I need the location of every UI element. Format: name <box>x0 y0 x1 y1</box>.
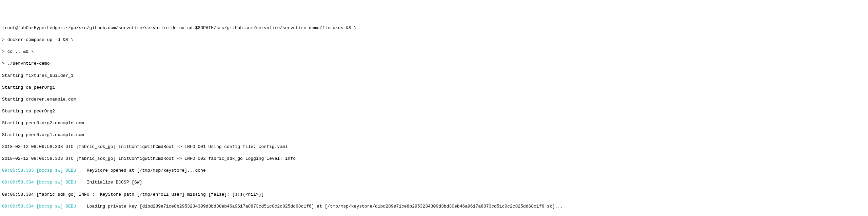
output-line: 09:06:58.304 [bccsp_sw] DEBU : Initializ… <box>2 179 866 186</box>
debug-prefix: 09:06:58.304 [bccsp_sw] DEBU : <box>2 180 81 185</box>
debug-prefix: 09:06:58.303 [bccsp_sw] DEBU : <box>2 168 81 173</box>
output-line: 2018-02-12 09:06:58.303 UTC [fabric_sdk_… <box>2 144 866 150</box>
command-text-4: ./servntire-demo <box>7 61 50 66</box>
output-line: Starting orderer.example.com <box>2 96 866 103</box>
output-line: Starting ca_peerOrg2 <box>2 108 866 114</box>
output-line: 09:06:58.304 [bccsp_sw] DEBU : Loading p… <box>2 203 866 210</box>
output-line: Starting fixtures_builder_1 <box>2 73 866 79</box>
output-line: 09:06:58.304 [fabric_sdk_go] INFO : KeyS… <box>2 192 866 198</box>
debug-msg: Initialize BCCSP [SW] <box>81 180 142 185</box>
debug-prefix: 09:06:58.304 [bccsp_sw] DEBU : <box>2 204 81 209</box>
debug-msg: Loading private key [d1bd289e71ce8b29532… <box>81 204 563 209</box>
output-line: Starting peer0.org2.example.com <box>2 120 866 126</box>
continuation-prompt: > <box>2 37 5 42</box>
output-line: 2018-02-12 09:06:58.303 UTC [fabric_sdk_… <box>2 156 866 162</box>
terminal-line-prompt-4[interactable]: > ./servntire-demo <box>2 61 866 67</box>
prompt-userhost: root@fabCarHyperLedger <box>5 25 63 30</box>
command-text-3: cd .. && \ <box>7 49 34 54</box>
terminal-line-prompt-1[interactable]: [root@fabCarHyperLedger:~/go/src/github.… <box>2 25 866 31</box>
continuation-prompt: > <box>2 49 5 54</box>
command-text-1: cd $GOPATH/src/github.com/servntire/serv… <box>187 25 356 30</box>
debug-msg: KeyStore opened at [/tmp/msp/keystore]..… <box>81 168 206 173</box>
bracket-open: [ <box>2 25 5 30</box>
command-text-2: docker-compose up -d && \ <box>7 37 74 42</box>
prompt-hash: # <box>182 25 185 30</box>
output-line: Starting peer0.org1.example.com <box>2 132 866 138</box>
output-line: Starting ca_peerOrg1 <box>2 85 866 91</box>
terminal-line-prompt-2[interactable]: > docker-compose up -d && \ <box>2 37 866 43</box>
continuation-prompt: > <box>2 61 5 66</box>
terminal-line-prompt-3[interactable]: > cd .. && \ <box>2 49 866 55</box>
output-line: 09:06:58.303 [bccsp_sw] DEBU : KeyStore … <box>2 168 866 174</box>
prompt-path: ~/go/src/github.com/servntire/servntire-… <box>65 25 182 30</box>
